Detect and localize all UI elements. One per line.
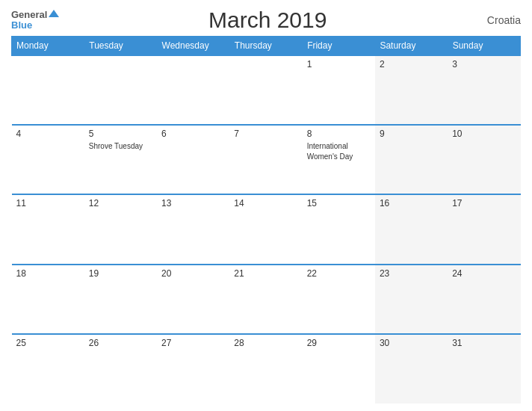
day-number: 6 xyxy=(161,129,225,139)
logo-general: General xyxy=(11,10,47,20)
day-number: 22 xyxy=(307,268,371,279)
day-number: 11 xyxy=(16,198,80,208)
page-header: General Blue March 2019 Croatia xyxy=(11,7,521,33)
day-number: 13 xyxy=(161,198,225,208)
weekday-saturday: Saturday xyxy=(375,37,448,56)
day-cell: 11 xyxy=(12,194,84,264)
day-cell: 30 xyxy=(375,334,448,404)
day-number: 23 xyxy=(380,268,443,279)
day-number: 24 xyxy=(452,268,516,279)
day-cell: 14 xyxy=(229,194,302,264)
day-number: 20 xyxy=(161,268,225,279)
week-row-1: 123 xyxy=(12,55,521,125)
day-cell: 29 xyxy=(303,334,375,404)
day-cell: 4 xyxy=(12,125,84,194)
weekday-thursday: Thursday xyxy=(229,37,302,56)
day-cell: 22 xyxy=(303,265,375,334)
day-number: 3 xyxy=(452,59,516,69)
week-row-2: 45Shrove Tuesday678International Women's… xyxy=(12,125,521,194)
day-number: 26 xyxy=(89,338,152,348)
country-label: Croatia xyxy=(476,14,521,26)
day-number: 4 xyxy=(16,129,80,139)
day-cell: 7 xyxy=(229,125,302,194)
day-cell xyxy=(84,55,157,125)
day-cell: 8International Women's Day xyxy=(303,125,375,194)
calendar-table: MondayTuesdayWednesdayThursdayFridaySatu… xyxy=(11,36,521,404)
day-number: 28 xyxy=(234,338,297,348)
day-cell: 27 xyxy=(157,334,229,404)
day-cell xyxy=(229,55,302,125)
week-row-5: 25262728293031 xyxy=(12,334,521,404)
day-cell: 26 xyxy=(84,334,157,404)
day-number: 21 xyxy=(234,268,297,279)
day-cell: 18 xyxy=(12,265,84,334)
week-row-4: 18192021222324 xyxy=(12,265,521,334)
day-cell: 6 xyxy=(157,125,229,194)
day-cell: 21 xyxy=(229,265,302,334)
weekday-header-row: MondayTuesdayWednesdayThursdayFridaySatu… xyxy=(12,37,521,56)
weekday-friday: Friday xyxy=(303,37,375,56)
day-cell: 17 xyxy=(448,194,520,264)
day-number: 10 xyxy=(452,129,516,139)
weekday-sunday: Sunday xyxy=(448,37,520,56)
day-cell: 12 xyxy=(84,194,157,264)
page-title: March 2019 xyxy=(59,7,476,33)
day-cell: 28 xyxy=(229,334,302,404)
day-number: 2 xyxy=(380,59,443,69)
week-row-3: 11121314151617 xyxy=(12,194,521,264)
day-number: 31 xyxy=(452,338,516,348)
day-cell: 3 xyxy=(448,55,520,125)
day-number: 12 xyxy=(89,198,152,208)
day-cell: 23 xyxy=(375,265,448,334)
day-cell: 24 xyxy=(448,265,520,334)
day-number: 27 xyxy=(161,338,225,348)
day-cell: 31 xyxy=(448,334,520,404)
day-event: International Women's Day xyxy=(307,142,353,161)
day-number: 8 xyxy=(307,129,371,139)
day-number: 1 xyxy=(307,59,371,69)
day-cell: 16 xyxy=(375,194,448,264)
logo-blue: Blue xyxy=(11,20,59,31)
day-number: 9 xyxy=(380,129,443,139)
day-cell: 13 xyxy=(157,194,229,264)
day-cell: 20 xyxy=(157,265,229,334)
day-cell: 9 xyxy=(375,125,448,194)
day-cell: 19 xyxy=(84,265,157,334)
day-cell: 5Shrove Tuesday xyxy=(84,125,157,194)
day-number: 14 xyxy=(234,198,297,208)
day-cell: 1 xyxy=(303,55,375,125)
day-number: 15 xyxy=(307,198,371,208)
weekday-wednesday: Wednesday xyxy=(157,37,229,56)
day-number: 19 xyxy=(89,268,152,279)
day-cell: 10 xyxy=(448,125,520,194)
day-number: 5 xyxy=(89,129,152,139)
day-number: 17 xyxy=(452,198,516,208)
logo-triangle-icon xyxy=(49,10,59,17)
day-cell xyxy=(12,55,84,125)
day-cell: 15 xyxy=(303,194,375,264)
day-cell xyxy=(157,55,229,125)
weekday-tuesday: Tuesday xyxy=(84,37,157,56)
day-number: 30 xyxy=(380,338,443,348)
day-number: 29 xyxy=(307,338,371,348)
logo: General Blue xyxy=(11,10,59,31)
day-event: Shrove Tuesday xyxy=(89,142,143,150)
day-number: 7 xyxy=(234,129,297,139)
day-number: 16 xyxy=(380,198,443,208)
weekday-monday: Monday xyxy=(12,37,84,56)
day-number: 18 xyxy=(16,268,80,279)
day-cell: 25 xyxy=(12,334,84,404)
day-number: 25 xyxy=(16,338,80,348)
day-cell: 2 xyxy=(375,55,448,125)
